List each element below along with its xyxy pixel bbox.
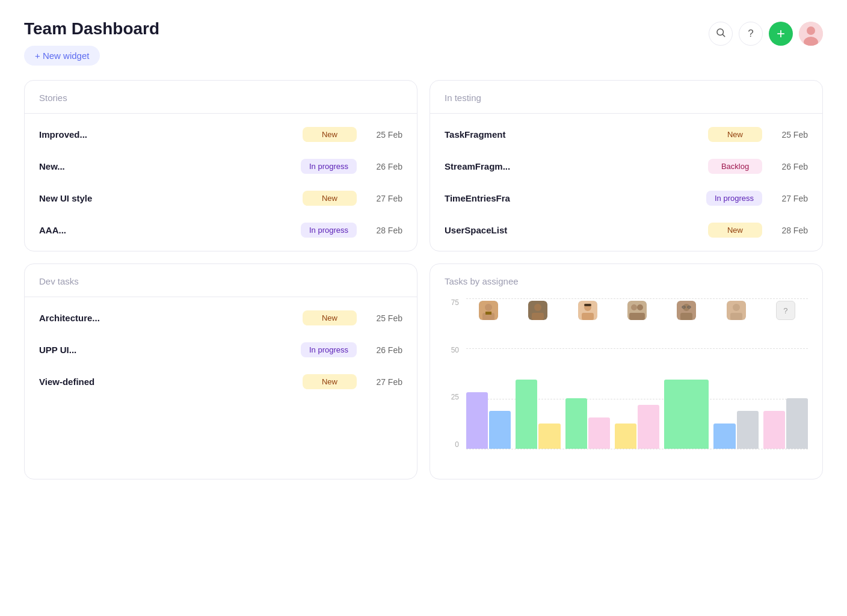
assignee-avatar [727, 301, 746, 320]
grid-line [466, 449, 808, 449]
assignee-avatar [578, 301, 597, 320]
dashboard-grid: Stories Improved... New 25 Feb New... In… [24, 80, 823, 479]
bar [565, 398, 587, 449]
task-name: New... [39, 161, 291, 171]
add-icon: + [777, 26, 785, 41]
assignee-avatar [528, 301, 547, 320]
task-name: Architecture... [39, 313, 293, 323]
in-testing-card-body: TaskFragment New 25 Feb StreamFragm... B… [430, 114, 822, 251]
status-badge: Backlog [708, 159, 762, 174]
help-icon: ? [748, 28, 753, 40]
svg-point-18 [637, 304, 643, 310]
new-widget-label: + New widget [35, 51, 89, 61]
task-date: 27 Feb [366, 377, 402, 387]
status-badge: In progress [301, 159, 357, 174]
new-widget-button[interactable]: + New widget [24, 46, 100, 66]
svg-rect-19 [629, 313, 645, 320]
assignee-avatar-placeholder: ? [776, 301, 795, 320]
assignee-avatar [627, 301, 647, 320]
table-row: New... In progress 26 Feb [25, 150, 417, 182]
task-name: New UI style [39, 193, 293, 203]
bar-stack [763, 322, 808, 449]
bar [763, 411, 785, 449]
bar-stack [565, 322, 610, 449]
dev-tasks-card-header: Dev tasks [25, 264, 417, 297]
task-date: 27 Feb [772, 194, 808, 203]
assignee-avatar [479, 301, 498, 320]
in-testing-card: In testing TaskFragment New 25 Feb Strea… [430, 80, 823, 251]
bar-stack [713, 322, 758, 449]
y-label: 0 [455, 440, 459, 449]
task-date: 27 Feb [366, 194, 402, 203]
status-badge: In progress [301, 342, 357, 357]
search-icon [715, 27, 726, 41]
page-header: Team Dashboard + New widget ? + [24, 19, 823, 66]
task-name: Improved... [39, 129, 293, 140]
y-label: 25 [451, 393, 459, 401]
y-label: 75 [451, 298, 459, 307]
bar [638, 405, 659, 449]
task-date: 25 Feb [366, 313, 402, 323]
chart-area: 75 50 25 0 [445, 298, 808, 467]
user-avatar-icon [799, 22, 823, 46]
table-row: UPP UI... In progress 26 Feb [25, 334, 417, 366]
status-badge: New [708, 127, 762, 142]
page-title: Team Dashboard [24, 19, 159, 38]
y-label: 50 [451, 346, 459, 354]
assignee-avatar [677, 301, 696, 320]
bar-group [565, 301, 610, 449]
svg-line-1 [722, 34, 724, 36]
chart-bars: ? [466, 298, 808, 449]
status-badge: In progress [706, 191, 762, 206]
status-badge: New [303, 310, 357, 325]
bar-stack [466, 322, 511, 449]
bar [516, 380, 537, 449]
bar [538, 424, 560, 449]
chart-y-axis: 75 50 25 0 [445, 298, 463, 449]
help-button[interactable]: ? [739, 22, 763, 46]
svg-rect-11 [532, 313, 544, 320]
svg-point-0 [717, 29, 724, 35]
table-row: TimeEntriesFra In progress 27 Feb [430, 182, 822, 214]
bar [713, 424, 735, 449]
stories-card-title: Stories [39, 93, 67, 103]
search-button[interactable] [709, 22, 733, 46]
svg-rect-8 [485, 312, 491, 315]
bar-group [615, 301, 659, 449]
bar-group [516, 301, 560, 449]
table-row: Architecture... New 25 Feb [25, 302, 417, 334]
svg-rect-15 [584, 304, 591, 306]
status-badge: In progress [301, 223, 357, 238]
bar-group [664, 301, 709, 449]
header-actions: ? + [709, 22, 823, 46]
task-date: 25 Feb [772, 130, 808, 140]
task-date: 28 Feb [772, 226, 808, 235]
svg-point-21 [683, 304, 690, 311]
svg-rect-22 [680, 313, 692, 320]
status-badge: New [303, 374, 357, 389]
svg-point-3 [807, 26, 815, 35]
status-badge: New [303, 191, 357, 206]
add-button[interactable]: + [769, 22, 793, 46]
svg-rect-27 [730, 313, 742, 320]
bar-stack [516, 322, 560, 449]
svg-rect-14 [582, 313, 594, 320]
bar [588, 417, 610, 449]
task-name: TimeEntriesFra [445, 193, 697, 203]
table-row: Improved... New 25 Feb [25, 119, 417, 150]
chart-title: Tasks by assignee [445, 276, 808, 286]
task-date: 26 Feb [366, 162, 402, 171]
bar-stack [664, 322, 709, 449]
task-date: 26 Feb [772, 162, 808, 171]
stories-card: Stories Improved... New 25 Feb New... In… [24, 80, 417, 251]
tasks-by-assignee-card: Tasks by assignee 75 50 25 0 [430, 263, 823, 479]
user-avatar-button[interactable] [799, 22, 823, 46]
task-name: TaskFragment [445, 129, 698, 140]
bar-group: ? [763, 301, 808, 449]
in-testing-card-title: In testing [445, 93, 481, 103]
task-name: AAA... [39, 225, 291, 235]
task-date: 28 Feb [366, 226, 402, 235]
table-row: AAA... In progress 28 Feb [25, 214, 417, 246]
in-testing-card-header: In testing [430, 81, 822, 114]
stories-card-body: Improved... New 25 Feb New... In progres… [25, 114, 417, 251]
